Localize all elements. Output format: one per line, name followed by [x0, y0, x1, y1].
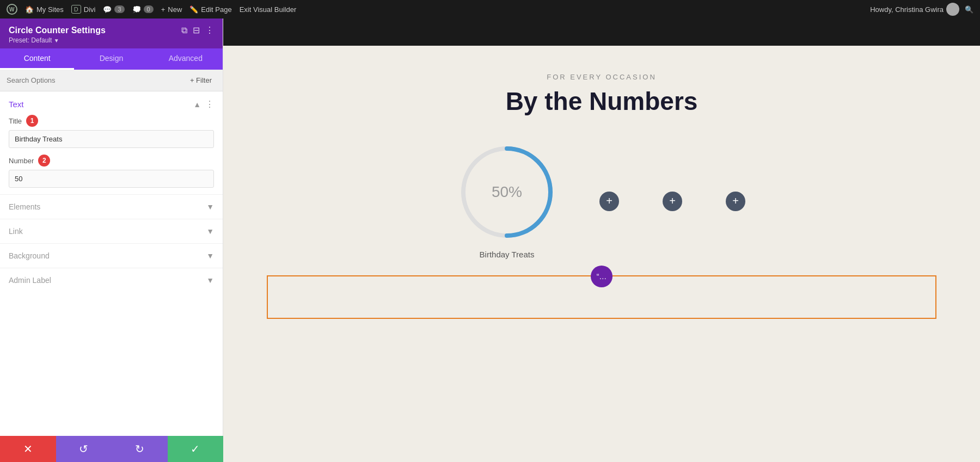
add-icon-2: + [669, 195, 676, 207]
sidebar-title: Circle Counter Settings [9, 26, 106, 35]
circle-counter: 50% Birthday Treats [458, 143, 556, 259]
save-icon: ✓ [191, 442, 200, 455]
exit-builder-label: Exit Visual Builder [240, 5, 297, 14]
number-label-row: Number 2 [9, 155, 214, 167]
canvas-area: FOR EVERY OCCASION By the Numbers 50% Bi… [223, 19, 980, 462]
sidebar-bottom-bar: ✕ ↺ ↻ ✓ [0, 436, 223, 462]
title-input[interactable] [9, 130, 214, 148]
divi-menu[interactable]: D Divi [71, 5, 96, 14]
sidebar-panel: Circle Counter Settings ⧉ ⊟ ⋮ Preset: De… [0, 19, 223, 462]
circle-svg-wrap: 50% [458, 143, 556, 241]
sidebar-header: Circle Counter Settings ⧉ ⊟ ⋮ Preset: De… [0, 19, 223, 48]
redo-icon: ↻ [135, 442, 144, 455]
page-banner [223, 19, 980, 46]
edit-page-button[interactable]: ✏️ Edit Page [189, 5, 231, 14]
sidebar-tabs: Content Design Advanced [0, 48, 223, 70]
tab-design[interactable]: Design [74, 48, 148, 70]
number-badge: 2 [38, 155, 50, 167]
my-sites-menu[interactable]: 🏠 My Sites [25, 5, 64, 14]
circle-label: Birthday Treats [480, 250, 535, 259]
tab-content[interactable]: Content [0, 48, 74, 70]
comments-count: 3 [114, 5, 124, 13]
add-counter-btn-3[interactable]: + [726, 192, 745, 211]
text-section-header[interactable]: Text ▲ ⋮ [0, 91, 223, 115]
admin-label: Admin Label [9, 276, 51, 285]
admin-label-section[interactable]: Admin Label ▼ [0, 268, 223, 292]
search-button[interactable]: 🔍 [965, 5, 973, 14]
comments-menu[interactable]: 💬 3 [103, 5, 124, 14]
circles-row: 50% Birthday Treats + + + [234, 138, 969, 264]
edit-page-label: Edit Page [201, 5, 231, 14]
number-input[interactable] [9, 170, 214, 188]
redo-button[interactable]: ↻ [112, 436, 168, 462]
new-button[interactable]: + New [161, 5, 182, 14]
add-icon-3: + [732, 195, 739, 207]
exit-builder-button[interactable]: Exit Visual Builder [240, 5, 297, 14]
bottom-section: “… [267, 275, 936, 319]
page-section: FOR EVERY OCCASION By the Numbers 50% Bi… [223, 46, 980, 335]
number-label: Number [9, 157, 34, 165]
wp-logo-icon: W [7, 4, 17, 15]
text-section-chevron-up[interactable]: ▲ [193, 100, 201, 109]
text-section-actions: ▲ ⋮ [193, 99, 214, 109]
wp-admin-bar: W 🏠 My Sites D Divi 💬 3 💭 0 + New [0, 0, 980, 19]
add-icon-1: + [606, 195, 612, 207]
number-field-group: Number 2 [0, 155, 223, 194]
new-label: New [168, 5, 182, 14]
sidebar-header-icons: ⧉ ⊟ ⋮ [181, 25, 214, 35]
admin-label-chevron: ▼ [206, 276, 214, 285]
more-options-icon[interactable]: ⋮ [205, 25, 214, 35]
title-label: Title [9, 117, 22, 125]
filter-button[interactable]: + Filter [186, 74, 216, 87]
cancel-icon: ✕ [23, 442, 33, 455]
save-button[interactable]: ✓ [168, 436, 224, 462]
bubbles-count: 0 [144, 5, 154, 13]
svg-text:W: W [9, 7, 15, 13]
search-options-input[interactable] [7, 76, 181, 84]
search-options-bar: + Filter [0, 70, 223, 91]
sidebar-content: Text ▲ ⋮ Title 1 N [0, 91, 223, 443]
elements-label: Elements [9, 202, 40, 211]
add-counter-btn-2[interactable]: + [663, 192, 682, 211]
text-section-title: Text [9, 100, 24, 109]
divi-label: Divi [84, 5, 96, 14]
text-section-more[interactable]: ⋮ [205, 99, 214, 109]
tab-advanced[interactable]: Advanced [149, 48, 223, 70]
user-info[interactable]: Howdy, Christina Gwira [870, 3, 959, 16]
search-icon: 🔍 [965, 5, 973, 14]
page-subtitle: FOR EVERY OCCASION [234, 73, 969, 81]
title-badge: 1 [26, 115, 38, 127]
title-label-row: Title 1 [9, 115, 214, 127]
preset-label[interactable]: Preset: Default ▼ [9, 36, 214, 44]
link-section[interactable]: Link ▼ [0, 219, 223, 243]
text-section: Text ▲ ⋮ Title 1 N [0, 91, 223, 194]
background-label: Background [9, 251, 50, 260]
wp-logo[interactable]: W [7, 4, 17, 15]
background-section[interactable]: Background ▼ [0, 243, 223, 268]
undo-button[interactable]: ↺ [56, 436, 112, 462]
add-counter-btn-1[interactable]: + [599, 192, 619, 211]
my-sites-label: My Sites [36, 5, 64, 14]
window-icon[interactable]: ⧉ [181, 26, 187, 35]
undo-icon: ↺ [79, 442, 88, 455]
page-title: By the Numbers [234, 87, 969, 116]
user-label: Howdy, Christina Gwira [870, 5, 944, 14]
cancel-button[interactable]: ✕ [0, 436, 56, 462]
elements-section[interactable]: Elements ▼ [0, 194, 223, 219]
link-chevron: ▼ [206, 227, 214, 236]
circle-percent: 50% [492, 183, 522, 201]
columns-icon[interactable]: ⊟ [193, 25, 200, 35]
background-chevron: ▼ [206, 251, 214, 260]
quote-icon[interactable]: “… [591, 266, 612, 287]
link-label: Link [9, 227, 23, 236]
bubbles-menu[interactable]: 💭 0 [132, 5, 154, 14]
title-field-group: Title 1 [0, 115, 223, 155]
elements-chevron: ▼ [206, 202, 214, 211]
